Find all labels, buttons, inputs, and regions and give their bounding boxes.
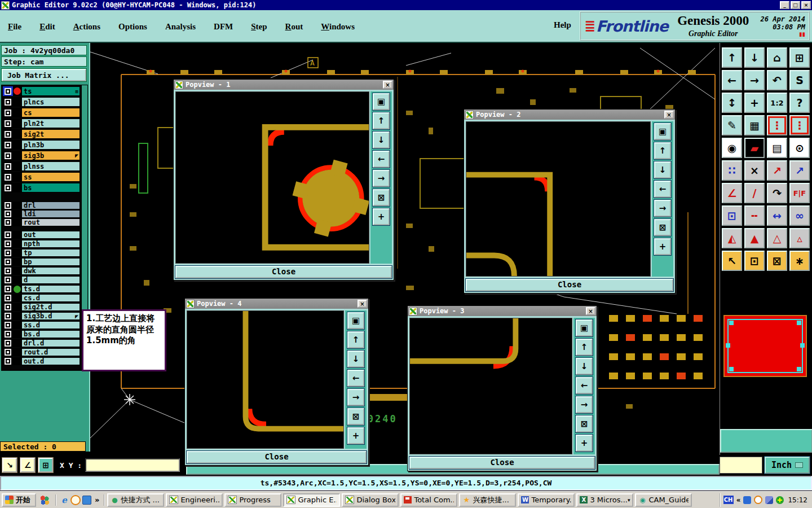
join-shapes-button[interactable]: ∞: [789, 205, 810, 226]
ie-icon[interactable]: e: [59, 495, 69, 505]
popview-window-3[interactable]: Popview - 3 × ▣↑↓←→⊠+ Close: [407, 305, 597, 471]
layer-visibility-checkbox[interactable]: [3, 348, 13, 356]
layer-row-out[interactable]: out: [3, 231, 80, 239]
units-button[interactable]: Inch: [765, 457, 810, 474]
mirror-button[interactable]: F|F: [789, 183, 810, 203]
help-pointer-button[interactable]: ?: [789, 93, 810, 113]
layer-visibility-checkbox[interactable]: [3, 161, 13, 171]
popview-window-1[interactable]: Popview - 1 × ▣↑↓←→⊠+: [173, 79, 394, 281]
network-icon[interactable]: [765, 496, 773, 504]
pan-button[interactable]: +: [654, 238, 671, 255]
layer-row-sig2t.d[interactable]: sig2t.d: [3, 303, 80, 311]
zoom-out-window-button[interactable]: ↓: [744, 47, 765, 68]
serpentine-view-button[interactable]: S: [789, 70, 810, 90]
scroll-up-button[interactable]: ↑: [576, 339, 593, 356]
menu-rout[interactable]: Rout: [283, 21, 306, 33]
menu-analysis[interactable]: Analysis: [163, 21, 198, 33]
zoom-in-window-button[interactable]: ↑: [722, 47, 742, 68]
layer-row-rout.d[interactable]: rout.d: [3, 348, 80, 356]
tray-app-icon[interactable]: [743, 496, 751, 504]
explorer-icon[interactable]: [82, 496, 91, 505]
popview-close-button[interactable]: Close: [175, 266, 392, 278]
netlist-front-button[interactable]: ⋮: [767, 115, 787, 135]
coords-mode-button[interactable]: ↘: [2, 458, 17, 472]
menu-step[interactable]: Step: [249, 21, 269, 33]
menu-edit[interactable]: Edit: [37, 21, 58, 33]
layer-row-pln3b[interactable]: pln3b: [3, 140, 80, 150]
ruler-button[interactable]: ▤: [767, 138, 787, 158]
layer-row-cs[interactable]: cs: [3, 108, 80, 117]
profile-closed-button[interactable]: ▲: [744, 228, 765, 248]
popview-close-button[interactable]: Close: [409, 457, 595, 469]
grid-toggle-button[interactable]: ▦: [744, 115, 765, 135]
previous-view-button[interactable]: ↶: [767, 70, 787, 90]
layer-row-bs.d[interactable]: bs.d: [3, 330, 80, 338]
layer-visibility-checkbox[interactable]: [3, 119, 13, 128]
measure-angle-button[interactable]: ∠: [722, 183, 742, 203]
scroll-right-button[interactable]: →: [576, 396, 593, 413]
layer-row-ts.d[interactable]: ts.d: [3, 285, 80, 293]
popview-canvas[interactable]: [175, 91, 369, 264]
taskbar-item[interactable]: ★兴森快捷...: [459, 493, 516, 507]
zoom-fit-button[interactable]: ⊠: [347, 408, 364, 425]
layer-visibility-checkbox[interactable]: [3, 231, 13, 239]
layer-row-ss[interactable]: ss: [3, 172, 80, 182]
pan-button[interactable]: +: [373, 208, 390, 225]
layer-row-sig3b[interactable]: sig3b◤: [3, 151, 80, 160]
layer-visibility-checkbox[interactable]: [3, 339, 13, 347]
layer-row-plncs[interactable]: plncs: [3, 97, 80, 107]
layer-row-bs[interactable]: bs: [3, 183, 80, 192]
layer-visibility-checkbox[interactable]: [3, 258, 13, 266]
taskbar-item[interactable]: Engineeri...: [166, 493, 223, 507]
graphic-settings-button[interactable]: ✎: [722, 115, 742, 135]
popview-titlebar[interactable]: Popview - 4 ×: [185, 299, 368, 309]
zoom-fit-button[interactable]: ⊠: [576, 415, 593, 432]
pan-button[interactable]: +: [347, 427, 364, 444]
menu-dfm[interactable]: DFM: [211, 21, 235, 33]
popup-new-button[interactable]: ▣: [576, 319, 593, 336]
layer-visibility-checkbox[interactable]: [3, 202, 13, 209]
split-view-xy-button[interactable]: ⊞: [789, 47, 810, 68]
layer-row-sig3b.d[interactable]: sig3b.d◤: [3, 312, 80, 320]
popview-close-button[interactable]: Close: [187, 451, 367, 463]
mode-frame-button[interactable]: ⊡: [744, 251, 765, 271]
layer-visibility-checkbox[interactable]: [3, 97, 13, 107]
scroll-left-button[interactable]: ←: [373, 151, 390, 168]
tray-collapse-icon[interactable]: «: [736, 496, 741, 504]
layer-row-plnss[interactable]: plnss: [3, 161, 80, 171]
scroll-down-button[interactable]: ↓: [373, 132, 390, 148]
scroll-right-button[interactable]: →: [654, 200, 671, 217]
layer-visibility-checkbox[interactable]: [3, 357, 13, 365]
layer-visibility-checkbox[interactable]: [3, 303, 13, 311]
copy-pad-button[interactable]: ⊡: [722, 205, 742, 226]
taskbar-item[interactable]: Graphic E...: [283, 493, 340, 507]
taskbar-item[interactable]: Progress: [224, 493, 281, 507]
dropdown-icon[interactable]: ▾: [628, 497, 630, 503]
select-chain-button[interactable]: ∷: [722, 160, 742, 181]
menu-file[interactable]: File: [6, 21, 24, 33]
layer-visibility-checkbox[interactable]: [3, 140, 13, 150]
scroll-left-button[interactable]: ←: [347, 370, 364, 387]
scroll-left-button[interactable]: ←: [654, 181, 671, 198]
taskbar-item[interactable]: X3 Micros...▾: [576, 493, 633, 507]
popview-canvas[interactable]: [466, 121, 651, 277]
popview-close-button[interactable]: Close: [466, 279, 673, 291]
restore-button[interactable]: □: [791, 1, 800, 9]
scroll-down-button[interactable]: ↓: [576, 358, 593, 375]
delete-object-button[interactable]: ×: [744, 160, 765, 181]
taskbar-item[interactable]: WTemporary...: [518, 493, 575, 507]
mode-net-button[interactable]: ∗: [789, 251, 810, 271]
zoom-fit-button[interactable]: ⊠: [373, 189, 390, 206]
layer-row-dwk[interactable]: dwk: [3, 267, 80, 275]
start-button[interactable]: 开始: [2, 493, 36, 507]
copy-up-button[interactable]: ↗: [767, 160, 787, 181]
menu-windows[interactable]: Windows: [319, 21, 357, 33]
layer-visibility-checkbox[interactable]: [3, 267, 13, 275]
grid-mode-button[interactable]: ⊞: [38, 458, 53, 472]
layer-visibility-checkbox[interactable]: [3, 330, 13, 338]
tray-clock-icon[interactable]: [754, 496, 762, 504]
netlist-back-button[interactable]: ⋮: [789, 115, 810, 135]
dimension-button[interactable]: ↔: [767, 205, 787, 226]
popview-canvas[interactable]: [409, 318, 572, 454]
popview-titlebar[interactable]: Popview - 2 ×: [464, 110, 675, 120]
